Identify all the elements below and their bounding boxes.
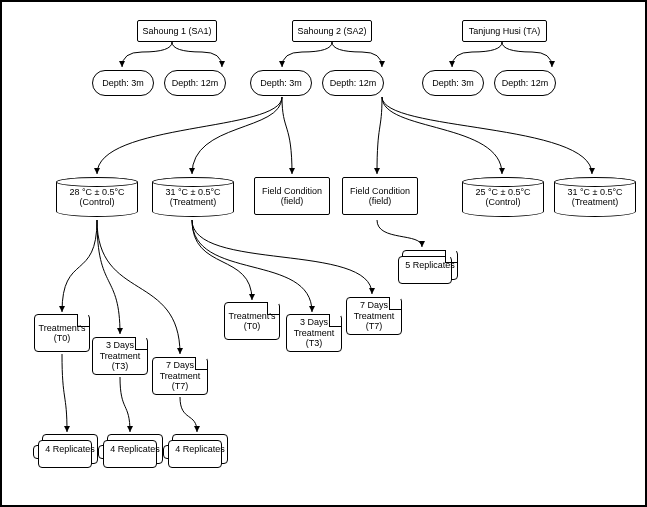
depth-label: Depth: 12m — [502, 78, 549, 88]
diagram-canvas: Sahoung 1 (SA1) Sahoung 2 (SA2) Tanjung … — [0, 0, 647, 507]
control-t7: 7 Days Treatment (T7) — [152, 357, 208, 395]
ta-depth-3m: Depth: 3m — [422, 70, 484, 96]
condition-label: 25 °C ± 0.5°C (Control) — [465, 187, 541, 208]
timepoint-label: 7 Days Treatment (T7) — [349, 300, 399, 331]
site-ta-label: Tanjung Husi (TA) — [469, 26, 540, 36]
depth-label: Depth: 12m — [330, 78, 377, 88]
condition-field-12m: Field Condition (field) — [342, 177, 418, 215]
site-sa1: Sahoung 1 (SA1) — [137, 20, 217, 42]
site-sa1-label: Sahoung 1 (SA1) — [142, 26, 211, 36]
replicates-label: 5 Replicates — [405, 260, 455, 270]
condition-label: Field Condition (field) — [257, 186, 327, 207]
condition-label: 28 °C ± 0.5°C (Control) — [59, 187, 135, 208]
replicates-4-b: 4 Replicates — [107, 434, 163, 464]
condition-control-25: 25 °C ± 0.5°C (Control) — [462, 177, 544, 217]
sa1-depth-3m: Depth: 3m — [92, 70, 154, 96]
control-t0: Treatment's (T0) — [34, 314, 90, 352]
sa2-depth-12m: Depth: 12m — [322, 70, 384, 96]
timepoint-label: 3 Days Treatment (T3) — [289, 317, 339, 348]
treatment-t0: Treatment's (T0) — [224, 302, 280, 340]
replicates-label: 4 Replicates — [110, 444, 160, 454]
site-sa2: Sahoung 2 (SA2) — [292, 20, 372, 42]
sa2-depth-3m: Depth: 3m — [250, 70, 312, 96]
replicates-label: 4 Replicates — [175, 444, 225, 454]
condition-field-3m: Field Condition (field) — [254, 177, 330, 215]
condition-label: 31 °C ± 0.5°C (Treatment) — [557, 187, 633, 208]
timepoint-label: 7 Days Treatment (T7) — [155, 360, 205, 391]
site-ta: Tanjung Husi (TA) — [462, 20, 547, 42]
replicates-4-c: 4 Replicates — [172, 434, 228, 464]
replicates-4-a: 4 Replicates — [42, 434, 98, 464]
timepoint-label: 3 Days Treatment (T3) — [95, 340, 145, 371]
condition-label: Field Condition (field) — [345, 186, 415, 207]
condition-label: 31 °C ± 0.5°C (Treatment) — [155, 187, 231, 208]
condition-control-28: 28 °C ± 0.5°C (Control) — [56, 177, 138, 217]
replicates-label: 4 Replicates — [45, 444, 95, 454]
depth-label: Depth: 3m — [102, 78, 144, 88]
timepoint-label: Treatment's (T0) — [37, 323, 87, 344]
depth-label: Depth: 3m — [432, 78, 474, 88]
condition-treatment-31b: 31 °C ± 0.5°C (Treatment) — [554, 177, 636, 217]
timepoint-label: Treatment's (T0) — [227, 311, 277, 332]
depth-label: Depth: 3m — [260, 78, 302, 88]
site-sa2-label: Sahoung 2 (SA2) — [297, 26, 366, 36]
treatment-t3: 3 Days Treatment (T3) — [286, 314, 342, 352]
condition-treatment-31: 31 °C ± 0.5°C (Treatment) — [152, 177, 234, 217]
depth-label: Depth: 12m — [172, 78, 219, 88]
replicates-5: 5 Replicates — [402, 250, 458, 280]
sa1-depth-12m: Depth: 12m — [164, 70, 226, 96]
ta-depth-12m: Depth: 12m — [494, 70, 556, 96]
control-t3: 3 Days Treatment (T3) — [92, 337, 148, 375]
treatment-t7: 7 Days Treatment (T7) — [346, 297, 402, 335]
